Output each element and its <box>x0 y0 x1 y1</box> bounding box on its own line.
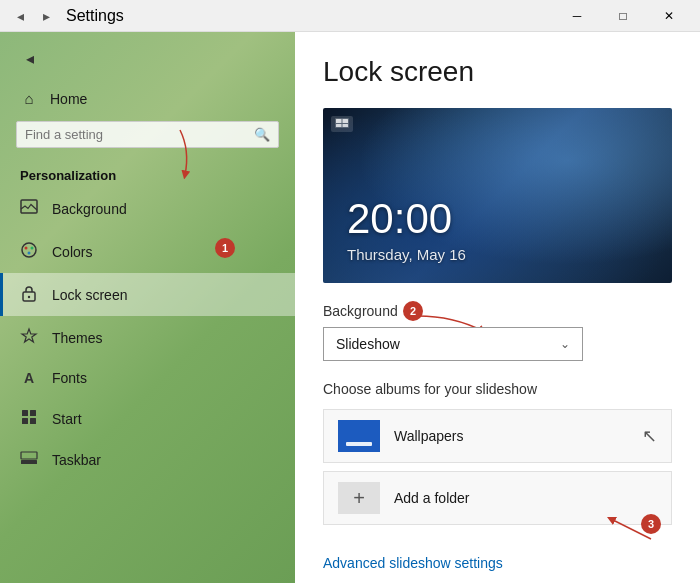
sidebar-item-label: Lock screen <box>52 287 127 303</box>
themes-icon <box>20 327 38 348</box>
sidebar-item-label: Fonts <box>52 370 87 386</box>
personalization-label: Personalization <box>0 160 295 187</box>
svg-rect-11 <box>21 460 37 464</box>
svg-point-3 <box>31 247 34 250</box>
search-icon: 🔍 <box>254 127 270 142</box>
start-icon <box>20 408 38 429</box>
minimize-button[interactable]: ─ <box>554 0 600 32</box>
svg-point-4 <box>28 252 31 255</box>
svg-rect-10 <box>30 418 36 424</box>
chevron-down-icon: ⌄ <box>560 337 570 351</box>
svg-rect-7 <box>22 410 28 416</box>
titlebar-controls: ─ □ ✕ <box>554 0 692 32</box>
add-folder-item[interactable]: + Add a folder 3 <box>323 471 672 525</box>
colors-icon <box>20 241 38 262</box>
sidebar-nav-top: ◂ <box>0 32 295 80</box>
svg-point-1 <box>22 243 36 257</box>
fonts-icon: A <box>20 370 38 386</box>
search-box[interactable]: 🔍 <box>16 121 279 148</box>
lock-screen-preview: 20:00 Thursday, May 16 <box>323 108 672 283</box>
sidebar-item-label: Taskbar <box>52 452 101 468</box>
annotation-badge-1: 1 <box>215 238 235 258</box>
sidebar-item-fonts[interactable]: A Fonts <box>0 359 295 397</box>
sidebar-back-button[interactable]: ◂ <box>16 44 44 72</box>
preview-date: Thursday, May 16 <box>347 246 466 263</box>
sidebar-item-colors[interactable]: Colors 1 <box>0 230 295 273</box>
background-label-text: Background <box>323 303 398 319</box>
cursor-icon: ↖ <box>642 425 657 447</box>
svg-rect-12 <box>21 452 37 459</box>
svg-rect-9 <box>22 418 28 424</box>
slideshow-subsection-label: Choose albums for your slideshow <box>323 381 672 397</box>
dropdown-value: Slideshow <box>336 336 400 352</box>
annotation-badge-2: 2 <box>403 301 423 321</box>
taskbar-icon <box>20 451 38 468</box>
page-title: Lock screen <box>323 56 672 88</box>
sidebar-item-label: Background <box>52 201 127 217</box>
preview-time: 20:00 <box>347 195 452 243</box>
sidebar-item-taskbar[interactable]: Taskbar <box>0 440 295 479</box>
album-thumb-bar <box>346 442 372 446</box>
svg-point-6 <box>28 296 30 298</box>
sidebar-item-lock-screen[interactable]: Lock screen <box>0 273 295 316</box>
forward-button[interactable]: ▸ <box>34 4 58 28</box>
sidebar: ◂ ⌂ Home 🔍 Personalization Background Co… <box>0 32 295 583</box>
wallpapers-label: Wallpapers <box>394 428 464 444</box>
sidebar-item-home[interactable]: ⌂ Home <box>0 80 295 117</box>
search-input[interactable] <box>25 127 254 142</box>
advanced-slideshow-link[interactable]: Advanced slideshow settings <box>323 555 503 571</box>
sidebar-item-background[interactable]: Background <box>0 187 295 230</box>
sidebar-item-themes[interactable]: Themes <box>0 316 295 359</box>
main-area: ◂ ⌂ Home 🔍 Personalization Background Co… <box>0 32 700 583</box>
titlebar: ◂ ▸ Settings ─ □ ✕ <box>0 0 700 32</box>
content-panel: Lock screen 20:00 Thursday, May 16 Backg… <box>295 32 700 583</box>
add-folder-thumb: + <box>338 482 380 514</box>
background-field-label: Background 2 <box>323 303 672 319</box>
sidebar-item-label: Themes <box>52 330 103 346</box>
background-icon <box>20 198 38 219</box>
svg-rect-8 <box>30 410 36 416</box>
home-icon: ⌂ <box>20 90 38 107</box>
annotation-badge-3: 3 <box>641 514 661 534</box>
background-dropdown[interactable]: Slideshow ⌄ <box>323 327 583 361</box>
back-button[interactable]: ◂ <box>8 4 32 28</box>
add-folder-label: Add a folder <box>394 490 470 506</box>
sidebar-item-label-home: Home <box>50 91 87 107</box>
wallpapers-album-item[interactable]: Wallpapers ↖ <box>323 409 672 463</box>
lock-screen-icon <box>20 284 38 305</box>
svg-point-2 <box>25 247 28 250</box>
titlebar-title: Settings <box>66 7 124 25</box>
titlebar-nav: ◂ ▸ <box>8 4 58 28</box>
sidebar-item-label: Colors <box>52 244 92 260</box>
titlebar-left: ◂ ▸ Settings <box>8 4 124 28</box>
close-button[interactable]: ✕ <box>646 0 692 32</box>
maximize-button[interactable]: □ <box>600 0 646 32</box>
sidebar-item-start[interactable]: Start <box>0 397 295 440</box>
album-thumbnail <box>338 420 380 452</box>
sidebar-item-label: Start <box>52 411 82 427</box>
